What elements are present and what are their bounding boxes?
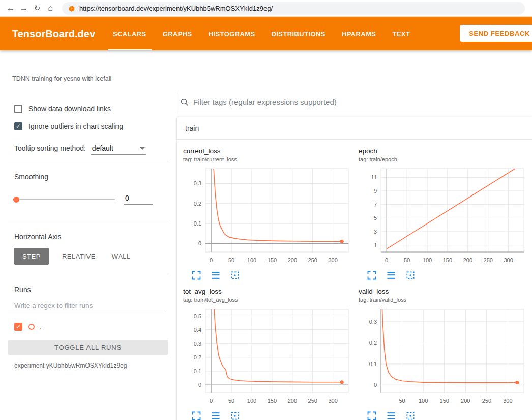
url-bar[interactable]: https://tensorboard.dev/experiment/yKUbh… — [62, 2, 525, 15]
tensorboard-favicon — [68, 5, 75, 12]
svg-text:300: 300 — [504, 257, 513, 263]
chart-toolbar — [191, 411, 359, 420]
svg-text:0: 0 — [198, 240, 201, 246]
sidebar-divider — [8, 276, 168, 276]
svg-text:100: 100 — [247, 257, 256, 263]
svg-text:100: 100 — [247, 398, 256, 404]
chart-tag: tag: train/valid_loss — [359, 297, 532, 303]
back-icon[interactable]: ← — [4, 3, 17, 13]
chart-plot[interactable]: 5010015020025030000.10.20.3 — [359, 306, 526, 409]
smoothing-label: Smoothing — [14, 173, 162, 181]
fullscreen-icon[interactable] — [191, 270, 201, 281]
svg-text:200: 200 — [461, 398, 470, 404]
svg-text:50: 50 — [228, 398, 234, 404]
svg-text:0.5: 0.5 — [194, 313, 201, 319]
svg-text:1: 1 — [374, 242, 377, 248]
svg-text:7: 7 — [374, 202, 377, 208]
tab-bar: SCALARSGRAPHSHISTOGRAMSDISTRIBUTIONSHPAR… — [108, 17, 415, 50]
svg-text:0: 0 — [374, 382, 377, 388]
send-feedback-button[interactable]: SEND FEEDBACK — [460, 25, 532, 42]
log-scale-icon[interactable] — [386, 411, 396, 420]
run-list-item[interactable]: ✓ . — [14, 321, 162, 332]
chart-plot[interactable]: 0501001502002503001357911 — [359, 165, 526, 268]
chart-title: valid_loss — [359, 288, 532, 295]
tab-text[interactable]: TEXT — [387, 17, 415, 50]
svg-text:250: 250 — [308, 257, 317, 263]
tag-filter-input[interactable]: Filter tags (regular expressions support… — [193, 98, 337, 106]
run-checkbox-icon[interactable]: ✓ — [14, 323, 22, 331]
svg-text:250: 250 — [482, 398, 491, 404]
horizontal-axis-label: Horizontal Axis — [14, 233, 162, 241]
run-color-swatch-icon — [28, 324, 35, 330]
fullscreen-icon[interactable] — [191, 411, 201, 420]
svg-text:50: 50 — [404, 257, 410, 263]
tab-distributions[interactable]: DISTRIBUTIONS — [267, 17, 331, 50]
tab-graphs[interactable]: GRAPHS — [158, 17, 197, 50]
experiment-id-label: experiment yKUbhb5wRmOSXYkId1z9eg — [14, 362, 162, 369]
tab-hparams[interactable]: HPARAMS — [337, 17, 381, 50]
chart-toolbar — [191, 270, 359, 281]
svg-text:0.2: 0.2 — [194, 201, 201, 207]
fit-domain-icon[interactable] — [230, 411, 240, 420]
home-icon[interactable]: ⌂ — [44, 4, 57, 13]
svg-text:0.1: 0.1 — [369, 361, 377, 367]
svg-text:50: 50 — [399, 398, 405, 404]
charts-grid: current_losstag: train/current_loss05010… — [177, 140, 532, 420]
chart-tag: tag: train/tot_avg_loss — [183, 297, 359, 303]
log-scale-icon[interactable] — [211, 411, 221, 420]
svg-text:300: 300 — [328, 257, 337, 263]
smoothing-slider-thumb[interactable] — [13, 197, 19, 203]
svg-text:100: 100 — [423, 257, 432, 263]
svg-text:0: 0 — [210, 257, 213, 263]
forward-icon[interactable]: → — [17, 3, 31, 13]
ignore-outliers-checkbox-row[interactable]: ✓ Ignore outliers in chart scaling — [14, 120, 162, 132]
smoothing-slider-row: 0 — [14, 194, 162, 205]
chart-card: tot_avg_losstag: train/tot_avg_loss05010… — [183, 288, 359, 420]
chart-toolbar — [367, 411, 532, 420]
smoothing-value-field[interactable]: 0 — [124, 194, 153, 205]
chart-plot[interactable]: 05010015020025030000.10.20.3 — [183, 165, 351, 268]
axis-relative-button[interactable]: RELATIVE — [54, 248, 104, 265]
svg-text:200: 200 — [463, 257, 472, 263]
chart-title: epoch — [359, 147, 532, 155]
svg-text:150: 150 — [268, 398, 277, 404]
chart-plot[interactable]: 05010015020025030000.10.20.30.40.5 — [183, 306, 351, 409]
log-scale-icon[interactable] — [386, 270, 396, 281]
axis-wall-button[interactable]: WALL — [104, 248, 139, 265]
chart-title: tot_avg_loss — [183, 288, 359, 295]
reload-icon[interactable]: ↻ — [31, 4, 44, 13]
log-scale-icon[interactable] — [211, 270, 221, 281]
tooltip-sorting-select[interactable]: default — [91, 143, 146, 155]
tensorboard-logo[interactable]: TensorBoard.dev — [12, 17, 95, 50]
svg-text:3: 3 — [374, 229, 377, 235]
svg-text:150: 150 — [440, 398, 449, 404]
fit-domain-icon[interactable] — [230, 270, 240, 281]
svg-text:0.3: 0.3 — [369, 319, 377, 325]
smoothing-slider[interactable] — [14, 199, 115, 200]
axis-step-button[interactable]: STEP — [14, 248, 49, 265]
checkbox-checked-icon[interactable]: ✓ — [14, 122, 22, 130]
tab-scalars[interactable]: SCALARS — [108, 17, 152, 50]
runs-filter-input[interactable]: Write a regex to filter runs — [8, 302, 166, 313]
show-download-links-checkbox-row[interactable]: Show data download links — [14, 103, 162, 115]
chart-card: epochtag: train/epoch0501001502002503001… — [359, 147, 532, 281]
fullscreen-icon[interactable] — [367, 411, 377, 420]
toggle-all-runs-button[interactable]: TOGGLE ALL RUNS — [8, 340, 168, 355]
browser-toolbar: ← → ↻ ⌂ https://tensorboard.dev/experime… — [0, 0, 532, 17]
fit-domain-icon[interactable] — [405, 411, 416, 420]
app-header: TensorBoard.dev SCALARSGRAPHSHISTOGRAMSD… — [0, 17, 532, 50]
tag-filter-row: Filter tags (regular expressions support… — [177, 92, 532, 113]
chart-title: current_loss — [183, 147, 359, 155]
svg-text:0: 0 — [198, 382, 201, 388]
tab-histograms[interactable]: HISTOGRAMS — [203, 17, 260, 50]
settings-sidebar: Show data download links ✓ Ignore outlie… — [0, 92, 176, 420]
tag-group-header[interactable]: train — [177, 117, 532, 140]
tag-group-card: train current_losstag: train/current_los… — [177, 117, 532, 420]
fit-domain-icon[interactable] — [405, 270, 416, 281]
checkbox-unchecked-icon[interactable] — [14, 105, 22, 113]
chart-toolbar — [367, 270, 532, 281]
svg-text:150: 150 — [443, 257, 452, 263]
svg-text:250: 250 — [308, 398, 317, 404]
experiment-description: TDNN training for yesno with icefall — [12, 75, 111, 82]
fullscreen-icon[interactable] — [367, 270, 377, 281]
